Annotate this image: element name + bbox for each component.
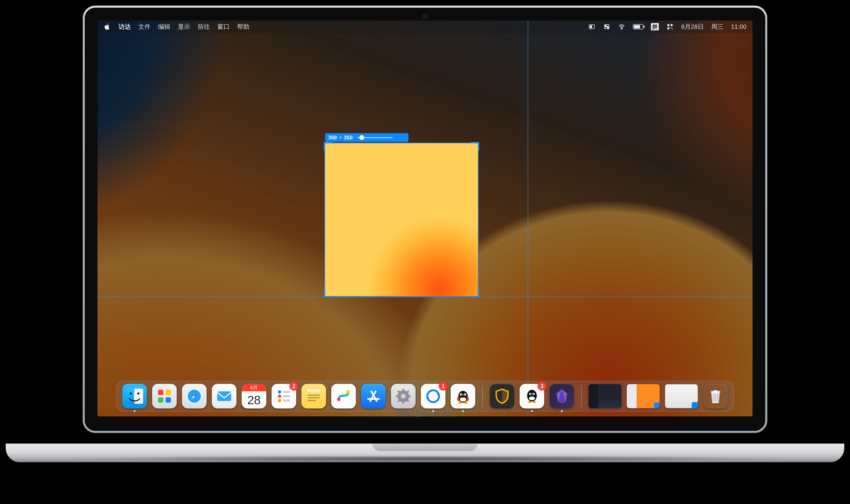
svg-point-54 [464,401,468,404]
svg-rect-9 [667,27,669,29]
selection-dimension-tag[interactable]: 350 × 350 [325,133,409,142]
svg-rect-33 [308,400,316,401]
svg-rect-8 [671,24,673,26]
svg-point-62 [533,401,536,403]
dimension-separator: × [339,134,342,141]
menubar-item-view[interactable]: 显示 [178,23,190,31]
dock-reminders[interactable]: 2 [272,384,296,409]
menubar-item-go[interactable]: 前往 [198,23,210,31]
svg-point-13 [130,393,132,395]
minimized-window-thumb[interactable] [627,384,660,408]
svg-line-45 [398,400,400,402]
selection-handle-tl[interactable] [324,142,332,151]
svg-rect-15 [158,390,163,395]
svg-point-61 [528,401,531,403]
control-center-icon[interactable] [603,23,611,30]
dock-settings[interactable] [391,384,416,409]
dock-separator [581,386,581,407]
menubar-item-help[interactable]: 帮助 [237,23,249,31]
selection-handle-br[interactable] [470,289,479,298]
minimized-window-thumb[interactable] [589,384,621,408]
svg-rect-1 [590,25,592,28]
dock-launchpad[interactable] [152,384,177,409]
menubar-app-name[interactable]: 访达 [119,23,131,31]
zoom-slider[interactable] [357,137,393,138]
minimized-window-thumb[interactable] [665,384,698,408]
wifi-icon[interactable] [618,23,626,30]
dock-freeform[interactable] [331,384,356,409]
svg-rect-7 [667,24,669,26]
svg-point-52 [464,394,465,395]
selection-width: 350 [328,134,337,141]
selection-handle-bl[interactable] [324,289,332,298]
qr-menubar-icon[interactable] [666,23,674,30]
svg-rect-23 [217,391,231,401]
desktop-screen: 访达 文件 编辑 显示 前往 窗口 帮助 [97,20,753,416]
sync-badge: 1 [439,382,448,391]
dock-separator [482,386,483,407]
svg-rect-25 [283,391,290,393]
dock-safari[interactable] [182,384,206,409]
dock-mail[interactable] [212,384,236,409]
dock-calendar[interactable]: 6月 28 [242,384,266,409]
dock-appstore[interactable] [361,384,386,409]
menubar-weekday[interactable]: 周三 [711,23,724,31]
dock: 6月 28 2 [116,381,734,412]
svg-rect-18 [165,397,171,402]
screenshot-selection-preview [325,143,478,296]
svg-rect-11 [672,29,673,30]
menubar-item-window[interactable]: 窗口 [217,23,230,31]
svg-line-42 [398,391,400,393]
menubar-item-edit[interactable]: 编辑 [158,23,170,31]
svg-point-37 [401,394,406,399]
svg-line-44 [407,391,409,393]
menubar-time[interactable]: 11:00 [731,23,746,30]
svg-point-24 [278,390,281,394]
dock-obsidian[interactable] [549,384,574,409]
svg-point-60 [533,394,534,395]
laptop-lid: 访达 文件 编辑 显示 前往 窗口 帮助 [83,5,767,433]
svg-point-26 [278,394,281,398]
dock-wechat[interactable]: 3 [520,384,544,409]
zoom-slider-thumb[interactable] [359,135,364,140]
svg-rect-17 [158,397,163,402]
stage-manager-icon[interactable] [588,23,596,30]
menubar: 访达 文件 编辑 显示 前往 窗口 帮助 [97,20,753,33]
menubar-item-file[interactable]: 文件 [138,23,150,31]
screenshot-guide-horizontal [97,297,753,297]
dock-qq[interactable] [451,384,475,409]
dock-notes[interactable] [302,384,326,409]
dock-finder[interactable] [122,384,147,409]
svg-point-28 [278,399,281,402]
svg-point-59 [530,394,531,395]
battery-indicator[interactable] [633,24,644,30]
apple-menu-icon[interactable] [104,23,111,30]
svg-point-6 [621,28,622,29]
svg-point-34 [337,398,341,401]
dock-trash[interactable] [703,384,728,409]
laptop-brand-label: MacBook Air [83,407,767,419]
selection-handle-tr[interactable] [470,142,479,151]
svg-line-43 [407,400,409,402]
svg-rect-27 [283,395,290,397]
wechat-badge: 3 [538,382,546,391]
selection-height: 350 [344,134,352,141]
reminders-badge: 2 [290,382,299,391]
svg-point-51 [461,394,462,395]
svg-rect-32 [308,397,320,398]
dock-security[interactable] [490,384,514,409]
dock-sync[interactable]: 1 [421,384,446,409]
screenshot-selection[interactable]: 350 × 350 [324,143,478,297]
screen-bezel: 访达 文件 编辑 显示 前往 窗口 帮助 [85,8,765,431]
svg-rect-10 [671,27,671,28]
laptop-frame: 访达 文件 编辑 显示 前往 窗口 帮助 [83,5,767,462]
calendar-day-number: 28 [248,391,260,408]
svg-point-5 [608,27,609,28]
calendar-month-label: 6月 [242,384,266,391]
screenshot-guide-vertical [528,20,528,416]
laptop-shadow [63,455,787,462]
input-method-badge[interactable]: 拼 [651,23,659,31]
menubar-date[interactable]: 6月28日 [681,23,704,31]
svg-rect-16 [165,390,171,395]
camera-notch [422,14,428,19]
